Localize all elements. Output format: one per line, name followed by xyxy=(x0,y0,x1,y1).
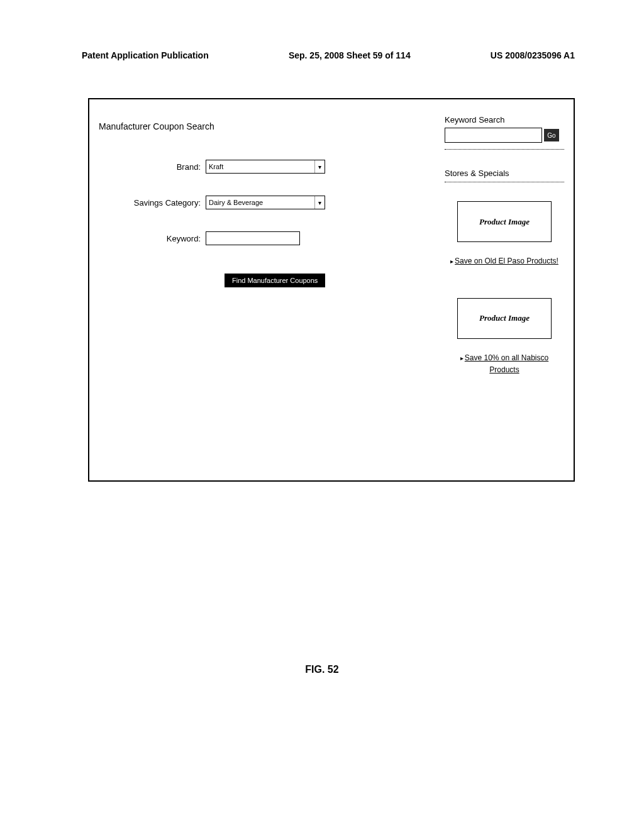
product-image: Product Image xyxy=(457,298,552,339)
keyword-label: Keyword: xyxy=(99,234,206,243)
product-block: Product Image ▸Save on Old El Paso Produ… xyxy=(445,201,564,267)
brand-select-wrap: ▾ xyxy=(206,160,325,174)
go-button[interactable]: Go xyxy=(544,129,559,141)
arrow-icon: ▸ xyxy=(450,258,453,265)
header-left: Patent Application Publication xyxy=(82,50,209,60)
header-center: Sep. 25, 2008 Sheet 59 of 114 xyxy=(289,50,411,60)
brand-row: Brand: ▾ xyxy=(99,160,423,174)
brand-select[interactable] xyxy=(206,160,325,174)
keyword-search-title: Keyword Search xyxy=(445,115,564,124)
keyword-search-box: Keyword Search Go xyxy=(445,115,564,150)
category-row: Savings Category: ▾ xyxy=(99,196,423,209)
product-block: Product Image ▸Save 10% on all Nabisco P… xyxy=(445,298,564,375)
figure-container: Manufacturer Coupon Search Brand: ▾ Savi… xyxy=(88,98,575,482)
product-link-row: ▸Save on Old El Paso Products! xyxy=(445,255,564,267)
product-link-row: ▸Save 10% on all Nabisco Products xyxy=(445,351,564,375)
keyword-search-input[interactable] xyxy=(445,128,542,143)
sidebar-panel: Keyword Search Go Stores & Specials Prod… xyxy=(435,99,574,480)
stores-specials-title: Stores & Specials xyxy=(445,169,564,182)
category-select[interactable] xyxy=(206,196,325,209)
brand-label: Brand: xyxy=(99,162,206,172)
figure-label: FIG. 52 xyxy=(0,664,644,675)
keyword-input[interactable] xyxy=(206,231,300,245)
product-image: Product Image xyxy=(457,201,552,242)
arrow-icon: ▸ xyxy=(460,355,464,362)
find-coupons-button[interactable]: Find Manufacturer Coupons xyxy=(225,274,325,287)
search-title: Manufacturer Coupon Search xyxy=(99,121,423,131)
category-select-wrap: ▾ xyxy=(206,196,325,209)
keyword-search-row: Go xyxy=(445,128,564,143)
search-panel: Manufacturer Coupon Search Brand: ▾ Savi… xyxy=(89,99,435,480)
page-header: Patent Application Publication Sep. 25, … xyxy=(0,0,644,60)
category-label: Savings Category: xyxy=(99,198,206,208)
product-link[interactable]: Save on Old El Paso Products! xyxy=(455,257,558,265)
keyword-row: Keyword: xyxy=(99,231,423,245)
product-link[interactable]: Save 10% on all Nabisco Products xyxy=(465,353,548,374)
header-right: US 2008/0235096 A1 xyxy=(491,50,575,60)
